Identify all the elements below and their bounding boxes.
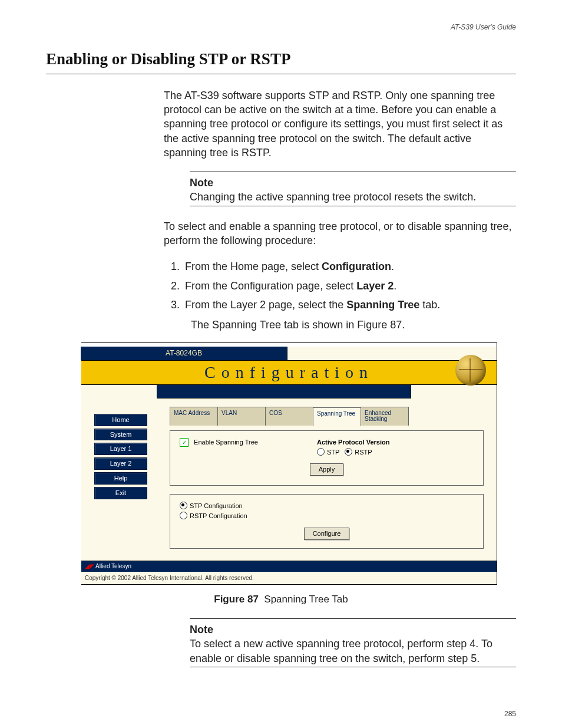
step-3: From the Layer 2 page, select the Spanni… — [183, 298, 516, 312]
footer-blue: ◢◤Allied Telesyn — [81, 561, 497, 572]
main-area: MAC Address VLAN COS Spanning Tree Enhan… — [170, 407, 497, 552]
note-rule-top-1 — [190, 172, 516, 172]
note-text-1: Changing the active spanning tree protoc… — [190, 190, 516, 204]
lead-in: To select and enable a spanning tree pro… — [164, 219, 516, 248]
tab-vlan[interactable]: VLAN — [217, 407, 266, 426]
globe-icon — [455, 355, 486, 386]
intro-paragraph: The AT-S39 software supports STP and RST… — [164, 88, 516, 160]
step-2: From the Configuration page, select Laye… — [183, 279, 516, 293]
tab-mac[interactable]: MAC Address — [170, 407, 218, 426]
active-protocol-group: Active Protocol Version STP RSTP — [317, 438, 389, 457]
sidebar-home[interactable]: Home — [94, 414, 147, 426]
section-rule — [46, 74, 516, 74]
step-1: From the Home page, select Configuration… — [183, 259, 516, 274]
spanning-tree-panel: ✓ Enable Spanning Tree Active Protocol V… — [170, 430, 484, 486]
enable-st-label: Enable Spanning Tree — [194, 439, 258, 446]
vendor-logo: ◢◤Allied Telesyn — [85, 562, 131, 571]
sidebar-layer2[interactable]: Layer 2 — [94, 457, 147, 470]
figure-screenshot: AT-8024GB Configuration Home System Laye… — [81, 342, 497, 585]
sidebar-system[interactable]: System — [94, 429, 147, 441]
enable-st-checkbox[interactable]: ✓ — [180, 438, 189, 447]
figure-caption: Figure 87 Spanning Tree Tab — [46, 593, 516, 607]
radio-stp[interactable] — [317, 448, 325, 456]
apv-title: Active Protocol Version — [317, 438, 389, 447]
radio-rstp-config-label: RSTP Configuration — [190, 512, 247, 519]
config-select-panel: STP Configuration RSTP Configuration Con… — [170, 494, 484, 549]
configure-button[interactable]: Configure — [304, 528, 350, 540]
note-label-2: Note — [190, 622, 516, 637]
radio-stp-config-label: STP Configuration — [190, 502, 243, 509]
note-rule-bot-1 — [190, 206, 516, 206]
tabs-row: MAC Address VLAN COS Spanning Tree Enhan… — [170, 407, 484, 426]
radio-rstp-config[interactable] — [180, 512, 187, 519]
apply-button[interactable]: Apply — [310, 463, 344, 476]
note-rule-top-2 — [190, 618, 516, 619]
radio-rstp-label: RSTP — [355, 449, 372, 456]
running-header: AT-S39 User's Guide — [46, 22, 516, 32]
tab-cos[interactable]: COS — [265, 407, 313, 426]
tab-enh-stacking[interactable]: Enhanced Stacking — [361, 407, 409, 426]
note-label-1: Note — [190, 176, 516, 190]
steps-list: From the Home page, select Configuration… — [179, 259, 516, 312]
section-title: Enabling or Disabling STP or RSTP — [46, 48, 516, 70]
radio-rstp[interactable] — [345, 448, 352, 456]
config-title-bar: Configuration — [81, 360, 497, 385]
note-block-1: Note Changing the active spanning tree p… — [190, 172, 516, 206]
config-title: Configuration — [204, 361, 373, 384]
tab-spanning-tree[interactable]: Spanning Tree — [313, 407, 361, 426]
step-continuation: The Spanning Tree tab is shown in Figure… — [191, 318, 516, 332]
device-id-bar: AT-8024GB — [81, 347, 287, 360]
sidebar-exit[interactable]: Exit — [94, 487, 147, 499]
sidebar-help[interactable]: Help — [94, 472, 147, 485]
copyright-line: Copyright © 2002 Allied Telesyn Internat… — [81, 572, 497, 585]
enable-st-wrap: ✓ Enable Spanning Tree — [180, 438, 258, 447]
note-text-2: To select a new active spanning tree pro… — [190, 637, 516, 666]
note-block-2: Note To select a new active spanning tre… — [190, 618, 516, 667]
note-rule-bot-2 — [190, 667, 516, 667]
sub-blue-bar — [157, 385, 411, 398]
sidebar: Home System Layer 1 Layer 2 Help Exit — [81, 407, 170, 552]
sidebar-layer1[interactable]: Layer 1 — [94, 443, 147, 455]
radio-stp-label: STP — [327, 449, 339, 456]
radio-stp-config[interactable] — [180, 502, 187, 509]
page-number: 285 — [504, 709, 516, 719]
